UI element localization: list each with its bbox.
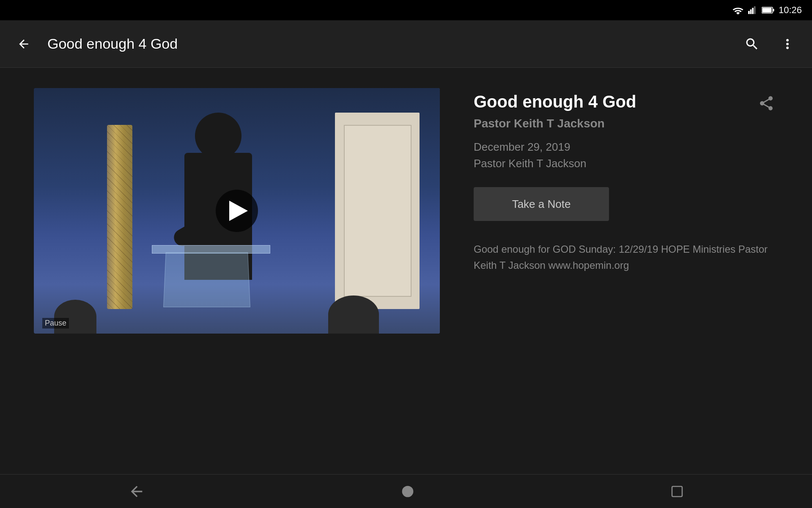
svg-rect-2 [752, 8, 754, 14]
main-content: Pause Good enough 4 God Pastor Keith T J… [0, 68, 812, 474]
video-container[interactable]: Pause [34, 88, 440, 334]
play-button[interactable] [216, 190, 258, 232]
take-note-button[interactable]: Take a Note [474, 187, 609, 221]
right-panel: Good enough 4 God Pastor Keith T Jackson… [474, 88, 778, 454]
audience-member-2 [328, 295, 379, 334]
lectern [148, 237, 274, 321]
title-section: Good enough 4 God Pastor Keith T Jackson… [474, 91, 754, 170]
nav-recents-button[interactable] [665, 480, 689, 503]
play-icon [229, 201, 248, 221]
person-head [195, 113, 241, 159]
door-panel [344, 125, 411, 297]
app-bar-actions [741, 33, 798, 55]
nav-back-button[interactable] [123, 478, 150, 505]
nav-bar [0, 474, 812, 508]
share-button[interactable] [754, 91, 778, 116]
signal-icon [748, 6, 757, 14]
svg-point-7 [402, 486, 414, 497]
status-time: 10:26 [779, 5, 802, 16]
battery-icon [762, 6, 774, 14]
video-author-regular: Pastor Keith T Jackson [474, 157, 754, 170]
svg-rect-6 [773, 9, 774, 11]
more-options-button[interactable] [776, 33, 798, 55]
lectern-body [163, 252, 250, 307]
video-date: December 29, 2019 [474, 141, 754, 154]
nav-home-button[interactable] [396, 480, 420, 503]
pause-label: Pause [42, 318, 69, 329]
svg-rect-8 [672, 486, 682, 497]
video-title: Good enough 4 God [474, 91, 754, 112]
panel-header: Good enough 4 God Pastor Keith T Jackson… [474, 91, 778, 170]
search-button[interactable] [741, 33, 763, 55]
status-bar: 10:26 [0, 0, 812, 20]
video-author-bold: Pastor Keith T Jackson [474, 117, 754, 130]
back-button[interactable] [14, 34, 34, 54]
column-texture [107, 125, 132, 309]
svg-rect-0 [748, 11, 750, 14]
wifi-icon [732, 6, 744, 14]
audience-member-1 [54, 300, 96, 334]
status-icons: 10:26 [732, 5, 802, 16]
svg-rect-1 [750, 9, 752, 14]
svg-rect-3 [754, 6, 756, 14]
video-description: Good enough for GOD Sunday: 12/29/19 HOP… [474, 241, 778, 274]
svg-rect-5 [762, 8, 771, 13]
description-line-1: Good enough for GOD Sunday: 12/29/19 HOP… [474, 241, 778, 274]
app-bar: Good enough 4 God [0, 20, 812, 68]
app-bar-title: Good enough 4 God [47, 36, 727, 52]
